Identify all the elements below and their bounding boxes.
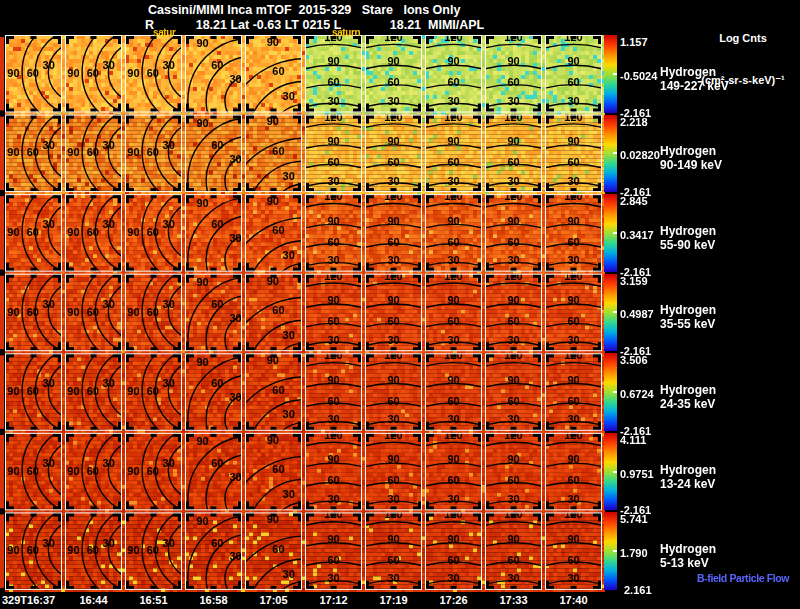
species-label: Hydrogen (660, 144, 716, 158)
colorbar-mid-tick (613, 471, 617, 473)
time-tick-label: 17:05 (252, 594, 296, 606)
time-tick-label: 17:33 (492, 594, 536, 606)
colorbar (604, 512, 617, 590)
energy-range-label: 90-149 keV (660, 158, 722, 172)
scale-min-value: 2.161 (624, 584, 652, 596)
time-tick-label: 16:51 (132, 594, 176, 606)
colorbar-mid-tick (613, 311, 617, 313)
colorbar (604, 35, 617, 113)
time-tick-label: 17:12 (312, 594, 356, 606)
scale-max-value: 2.845 (620, 195, 648, 207)
scale-mid-value: 0.6724 (620, 388, 654, 400)
colorbar (604, 274, 617, 352)
plot-subtitle: R 18.21 Lat -0.63 LT 0215 L 18.21 MIMI/A… (145, 18, 484, 32)
species-label: Hydrogen (660, 463, 716, 477)
time-tick-label: 16:44 (72, 594, 116, 606)
scale-max-value: 2.218 (620, 116, 648, 128)
colorbar (604, 194, 617, 272)
plot-title: Cassini/MIMI Inca mTOF 2015-329 Stare Io… (148, 3, 460, 17)
energy-range-label: 35-55 keV (660, 317, 715, 331)
species-label: Hydrogen (660, 224, 716, 238)
scale-mid-value: 0.02820 (620, 149, 660, 161)
time-tick-label: 16:58 (192, 594, 236, 606)
scale-mid-value: 0.9751 (620, 468, 654, 480)
species-label: Hydrogen (660, 303, 716, 317)
colorbar-units: Log Cnts (cm²-sr-s-keV)⁻¹ (688, 3, 798, 115)
species-label: Hydrogen (660, 542, 716, 556)
colorbar-mid-tick (613, 152, 617, 154)
time-tick-label: 329T16:37 (2, 594, 55, 606)
scale-mid-value: 0.4987 (620, 308, 654, 320)
scale-mid-value: 0.3417 (620, 229, 654, 241)
colorbar-units-line1: Log Cnts (688, 31, 798, 45)
colorbar-mid-tick (613, 391, 617, 393)
bfield-particle-flow-label: B-field Particle Flow (697, 572, 789, 584)
energy-range-label: 13-24 keV (660, 477, 715, 491)
scale-max-value: 1.157 (620, 36, 648, 48)
colorbar (604, 115, 617, 193)
time-tick-label: 17:19 (372, 594, 416, 606)
energy-range-label: 24-35 keV (660, 397, 715, 411)
energy-range-label: 55-90 keV (660, 238, 715, 252)
colorbar-mid-tick (613, 550, 617, 552)
saturn-annotation-right: saturn (332, 27, 360, 38)
heatmap-panel-grid (0, 35, 620, 592)
scale-max-value: 3.506 (620, 354, 648, 366)
energy-range-label: 149-227 keV (660, 79, 729, 93)
scale-max-value: 5.741 (620, 513, 648, 525)
colorbar (604, 353, 617, 431)
species-label: Hydrogen (660, 383, 716, 397)
colorbar (604, 433, 617, 511)
energy-range-label: 5-13 keV (660, 556, 709, 570)
scale-max-value: 3.159 (620, 275, 648, 287)
time-tick-label: 17:40 (552, 594, 596, 606)
saturn-annotation-left: satur (153, 27, 175, 38)
scale-max-value: 4.111 (620, 434, 646, 446)
colorbar-mid-tick (613, 73, 617, 75)
colorbar-mid-tick (613, 232, 617, 234)
cassini-mimi-plot: Cassini/MIMI Inca mTOF 2015-329 Stare Io… (0, 0, 800, 609)
scale-mid-value: 1.790 (620, 547, 648, 559)
time-tick-label: 17:26 (432, 594, 476, 606)
species-label: Hydrogen (660, 65, 716, 79)
scale-mid-value: -0.5024 (620, 70, 657, 82)
